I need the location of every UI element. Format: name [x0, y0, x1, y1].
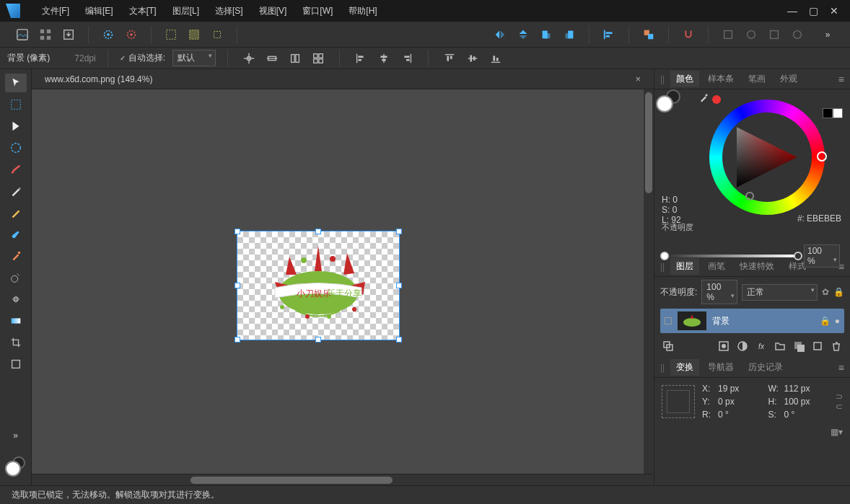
menu-select[interactable]: 选择[S]	[208, 2, 250, 20]
pen-tool[interactable]	[5, 182, 27, 200]
x-input[interactable]: 19 px	[718, 384, 763, 394]
alignL-icon[interactable]	[351, 49, 370, 68]
persona-photo-icon[interactable]	[13, 25, 32, 44]
rotate-cw-icon[interactable]	[560, 25, 579, 44]
handle-tr[interactable]	[396, 229, 402, 234]
tab-history[interactable]: 历史记录	[742, 359, 789, 376]
opacity-slider[interactable]	[665, 255, 798, 257]
tab-appearance[interactable]: 外观	[774, 71, 803, 87]
tab-swatches[interactable]: 样本条	[702, 71, 740, 87]
autoselect-checkbox[interactable]: 自动选择:	[120, 52, 165, 64]
tab-stroke[interactable]: 笔画	[742, 71, 771, 87]
node-tool[interactable]	[5, 117, 27, 136]
alignC-icon[interactable]	[374, 49, 393, 68]
alignT-icon[interactable]	[440, 49, 459, 68]
menu-help[interactable]: 帮助[H]	[341, 2, 384, 20]
align-h1-icon[interactable]	[263, 49, 281, 68]
clone-tool[interactable]	[5, 268, 27, 287]
layer-add-pixel-icon[interactable]	[791, 339, 807, 353]
minimize-button[interactable]: —	[787, 5, 797, 17]
align-h2-icon[interactable]	[286, 49, 304, 68]
layer-opacity-dropdown[interactable]: 100 %	[701, 280, 737, 304]
menu-window[interactable]: 窗口[W]	[295, 2, 340, 20]
handle-tl[interactable]	[235, 229, 240, 234]
layer-mergedown-icon[interactable]	[660, 339, 676, 353]
grid-toggle-icon[interactable]	[36, 25, 55, 44]
r-input[interactable]: 0 °	[718, 410, 763, 420]
handle-bm[interactable]	[315, 337, 321, 342]
eyedropper-icon[interactable]	[698, 92, 709, 106]
color-panel-menu-icon[interactable]: ≡	[838, 74, 844, 85]
flip-h-icon[interactable]	[491, 25, 509, 44]
layer-row[interactable]: 背景 🔒 ●	[660, 309, 844, 333]
gear-red-icon[interactable]	[122, 25, 141, 44]
opacity-value[interactable]: 100 %	[804, 244, 840, 268]
transform-panel-menu-icon[interactable]: ≡	[838, 362, 844, 373]
h-input[interactable]: 100 px	[784, 397, 829, 407]
selection-brush-tool[interactable]	[5, 160, 27, 179]
marquee-tool[interactable]	[5, 95, 27, 114]
handle-bl[interactable]	[235, 337, 240, 342]
tool-overflow[interactable]: »	[5, 426, 27, 445]
horizontal-scrollbar[interactable]	[32, 474, 654, 485]
autoselect-dropdown[interactable]: 默认	[172, 50, 216, 66]
brush-tool[interactable]	[5, 225, 27, 244]
transform-origin-icon[interactable]	[240, 49, 258, 68]
align-left-icon[interactable]	[600, 25, 618, 44]
shape-tool[interactable]	[5, 355, 27, 373]
color-wheel[interactable]	[709, 100, 825, 215]
eyedropper-tool[interactable]	[5, 247, 27, 265]
rotate-ccw-icon[interactable]	[537, 25, 556, 44]
fg-bg-swatch[interactable]	[5, 456, 27, 478]
menu-text[interactable]: 文本[T]	[122, 2, 164, 20]
align-grid-icon[interactable]	[309, 49, 328, 68]
y-input[interactable]: 0 px	[718, 397, 763, 407]
handle-br[interactable]	[396, 337, 402, 342]
layer-lock-icon[interactable]: 🔒	[833, 287, 844, 297]
layer-visible-icon[interactable]: ●	[835, 316, 840, 326]
mini-swatches[interactable]	[823, 108, 843, 118]
develop-tool[interactable]	[5, 138, 27, 157]
tab-transform[interactable]: 变换	[670, 359, 699, 376]
layer-mask-icon[interactable]	[716, 339, 732, 353]
layer-visibility-checkbox[interactable]	[665, 317, 672, 324]
export-icon[interactable]	[59, 25, 78, 44]
menu-edit[interactable]: 编辑[E]	[78, 2, 121, 20]
alignM-icon[interactable]	[463, 49, 482, 68]
color-fg-bg[interactable]	[656, 89, 685, 112]
snap-icon[interactable]	[679, 25, 698, 44]
layer-fx-icon[interactable]: fx	[753, 339, 769, 353]
gradient-tool[interactable]	[5, 311, 27, 330]
pencil-tool[interactable]	[5, 203, 27, 222]
handle-ml[interactable]	[235, 283, 240, 288]
marquee3-icon[interactable]	[208, 25, 227, 44]
layer-group-icon[interactable]	[772, 339, 788, 353]
handle-mr[interactable]	[396, 283, 402, 288]
menu-layer[interactable]: 图层[L]	[165, 2, 206, 20]
flip-v-icon[interactable]	[514, 25, 533, 44]
menu-view[interactable]: 视图[V]	[252, 2, 294, 20]
layer-adjust-icon[interactable]	[735, 339, 750, 353]
canvas-viewport[interactable]: 小刀娱乐 乐于分享	[32, 89, 654, 474]
marquee2-icon[interactable]	[185, 25, 203, 44]
move-tool[interactable]	[5, 74, 27, 92]
tab-navigator[interactable]: 导航器	[702, 359, 740, 376]
hex-value[interactable]: EBEBEB	[807, 213, 841, 224]
maximize-button[interactable]: ▢	[809, 5, 818, 17]
layer-locked-icon[interactable]: 🔒	[820, 316, 831, 326]
s-input[interactable]: 0 °	[784, 410, 829, 420]
tab-color[interactable]: 颜色	[670, 71, 699, 87]
align-to-icon[interactable]: ▦▾	[831, 427, 843, 437]
layer-options-gear-icon[interactable]: ✿	[822, 287, 829, 297]
blend-mode-dropdown[interactable]: 正常	[742, 284, 818, 301]
crop-tool[interactable]	[5, 333, 27, 352]
alignR-icon[interactable]	[398, 49, 416, 68]
menu-file[interactable]: 文件[F]	[35, 2, 76, 20]
close-button[interactable]: ✕	[830, 5, 838, 17]
vertical-scrollbar[interactable]	[644, 89, 654, 474]
arrange-icon[interactable]	[639, 25, 658, 44]
marquee1-icon[interactable]	[162, 25, 180, 44]
layer-add-icon[interactable]	[810, 339, 825, 353]
anchor-grid[interactable]	[662, 385, 695, 418]
alignB-icon[interactable]	[486, 49, 505, 68]
